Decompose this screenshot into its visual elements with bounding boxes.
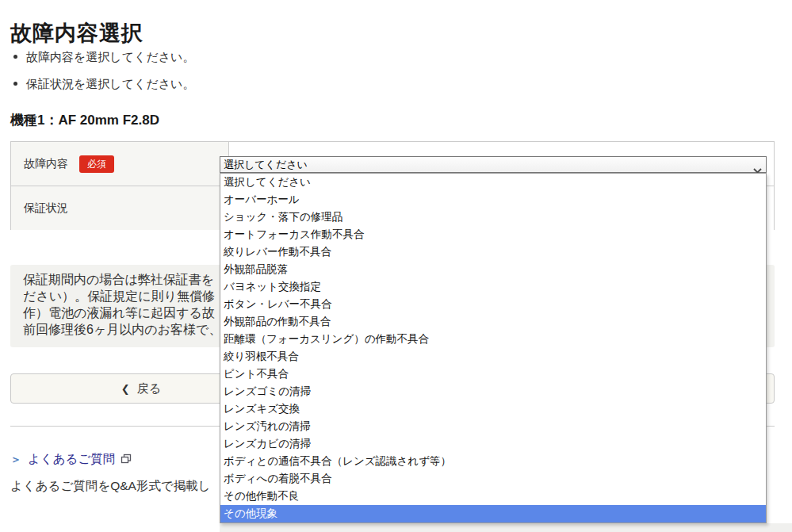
dropdown-option[interactable]: バヨネット交換指定 [220, 278, 766, 296]
dropdown-option[interactable]: オーバーホール [220, 191, 766, 209]
instruction-item: 保証状況を選択してください。 [10, 77, 194, 92]
chevron-right-icon: ＞ [10, 453, 21, 467]
dropdown-option[interactable]: その他現象 [220, 505, 766, 522]
dropdown-option[interactable]: その他作動不良 [220, 488, 766, 505]
required-badge: 必須 [79, 155, 114, 173]
dropdown-option[interactable]: レンズカビの清掃 [220, 435, 766, 453]
dropdown-option[interactable]: 絞り羽根不具合 [220, 348, 766, 366]
dropdown-option[interactable]: レンズゴミの清掃 [220, 383, 766, 400]
model-heading: 機種1：AF 20mm F2.8D [10, 111, 159, 129]
dropdown-option[interactable]: ボディへの着脱不具合 [220, 470, 766, 488]
back-button-label: 戻る [137, 381, 161, 396]
external-link-icon [121, 453, 132, 467]
faq-description: よくあるご質問をQ&A形式で掲載し [10, 478, 211, 495]
dropdown-option[interactable]: 外観部品脱落 [220, 261, 766, 278]
fault-select-value: 選択してください [220, 158, 308, 172]
dropdown-option[interactable]: ショック・落下の修理品 [220, 209, 766, 226]
chevron-left-icon: ❮ [121, 383, 130, 395]
dropdown-option[interactable]: オートフォーカス作動不具合 [220, 226, 766, 243]
fault-label-cell: 故障内容 必須 [11, 142, 229, 186]
dropdown-option[interactable]: 外観部品の作動不具合 [220, 313, 766, 331]
dropdown-shadow-strip [220, 523, 792, 532]
warranty-label-cell: 保証状況 [11, 186, 229, 230]
dropdown-option[interactable]: レンズ汚れの清掃 [220, 418, 766, 435]
page-title: 故障内容選択 [10, 19, 143, 48]
dropdown-option[interactable]: 絞りレバー作動不具合 [220, 243, 766, 261]
dropdown-option[interactable]: 選択してください [220, 174, 766, 191]
instruction-item: 故障内容を選択してください。 [10, 50, 194, 65]
dropdown-option[interactable]: レンズキズ交換 [220, 400, 766, 418]
dropdown-option[interactable]: ボタン・レバー不具合 [220, 296, 766, 313]
fault-select[interactable]: 選択してください [220, 156, 767, 173]
fault-label: 故障内容 [24, 157, 68, 171]
dropdown-option[interactable]: ピント不具合 [220, 366, 766, 383]
dropdown-option[interactable]: ボディとの通信不具合（レンズ認識されず等） [220, 453, 766, 470]
instruction-list: 故障内容を選択してください。保証状況を選択してください。 [10, 50, 194, 104]
dropdown-option[interactable]: 距離環（フォーカスリング）の作動不具合 [220, 331, 766, 348]
warranty-label: 保証状況 [24, 201, 68, 216]
faq-link-row: ＞ よくあるご質問 [10, 451, 132, 468]
fault-dropdown: 選択してくださいオーバーホールショック・落下の修理品オートフォーカス作動不具合絞… [220, 173, 767, 523]
faq-link[interactable]: よくあるご質問 [28, 451, 115, 468]
